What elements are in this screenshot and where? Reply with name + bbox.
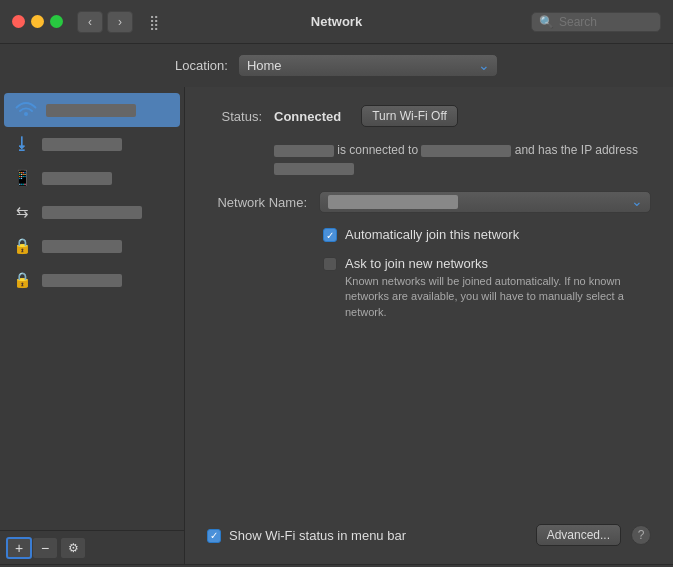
network-name-row: Network Name: — [207, 191, 651, 213]
vpn1-icon: 🔒 — [10, 234, 34, 258]
location-select[interactable]: Home — [238, 54, 498, 77]
status-label: Status: — [207, 109, 262, 124]
wifi-icon — [14, 98, 38, 122]
titlebar: ‹ › ⣿ Network 🔍 — [0, 0, 673, 44]
ask-join-checkbox[interactable] — [323, 257, 337, 271]
back-button[interactable]: ‹ — [77, 11, 103, 33]
network-name-select-wrapper — [319, 191, 651, 213]
auto-join-checkbox[interactable]: ✓ — [323, 228, 337, 242]
add-network-button[interactable]: + — [6, 537, 32, 559]
help-button[interactable]: ? — [631, 525, 651, 545]
main-area: ⭳ 📱 ⇆ — [0, 87, 673, 564]
sidebar-toolbar: + − ⚙ — [0, 530, 184, 564]
remove-network-button[interactable]: − — [32, 537, 58, 559]
sidebar-item-iphone[interactable]: 📱 — [0, 161, 184, 195]
turn-wifi-off-button[interactable]: Turn Wi-Fi Off — [361, 105, 458, 127]
auto-join-label: Automatically join this network — [345, 227, 519, 242]
sidebar-item-bluetooth[interactable]: ⭳ — [0, 127, 184, 161]
show-wifi-label: Show Wi-Fi status in menu bar — [229, 528, 406, 543]
nav-buttons: ‹ › — [77, 11, 133, 33]
sidebar-item-vpn1[interactable]: 🔒 — [0, 229, 184, 263]
status-row: Status: Connected Turn Wi-Fi Off — [207, 105, 651, 127]
ask-join-label: Ask to join new networks — [345, 256, 488, 271]
close-button[interactable] — [12, 15, 25, 28]
sidebar-items-list: ⭳ 📱 ⇆ — [0, 93, 184, 558]
ask-join-row: Ask to join new networks Known networks … — [323, 256, 651, 320]
right-panel-bottom: ✓ Show Wi-Fi status in menu bar Advanced… — [207, 524, 651, 546]
network-name-value — [328, 195, 458, 209]
forward-button[interactable]: › — [107, 11, 133, 33]
search-input[interactable] — [559, 15, 653, 29]
ask-join-note: Known networks will be joined automatica… — [345, 274, 651, 320]
sidebar: ⭳ 📱 ⇆ — [0, 87, 185, 564]
search-icon: 🔍 — [539, 15, 554, 29]
bluetooth-icon: ⭳ — [10, 132, 34, 156]
auto-join-row: ✓ Automatically join this network — [323, 227, 651, 242]
phone-icon: 📱 — [10, 166, 34, 190]
minimize-button[interactable] — [31, 15, 44, 28]
location-bar: Location: Home — [0, 44, 673, 87]
traffic-lights — [12, 15, 63, 28]
gear-button[interactable]: ⚙ — [60, 537, 86, 559]
grid-button[interactable]: ⣿ — [141, 11, 167, 33]
connection-info: is connected to and has the IP address — [274, 141, 651, 177]
vpn2-icon: 🔒 — [10, 268, 34, 292]
search-box: 🔍 — [531, 12, 661, 32]
maximize-button[interactable] — [50, 15, 63, 28]
status-value: Connected — [274, 109, 341, 124]
right-panel: Status: Connected Turn Wi-Fi Off is conn… — [185, 87, 673, 564]
sidebar-item-vpn2[interactable]: 🔒 — [0, 263, 184, 297]
sidebar-item-thunderbolt[interactable]: ⇆ — [0, 195, 184, 229]
advanced-button[interactable]: Advanced... — [536, 524, 621, 546]
thunderbolt-icon: ⇆ — [10, 200, 34, 224]
show-wifi-row: ✓ Show Wi-Fi status in menu bar — [207, 528, 526, 543]
show-wifi-checkbox[interactable]: ✓ — [207, 529, 221, 543]
location-label: Location: — [175, 58, 228, 73]
network-name-label: Network Name: — [207, 195, 307, 210]
window-title: Network — [311, 14, 362, 29]
network-name-select[interactable] — [319, 191, 651, 213]
sidebar-item-wifi[interactable] — [4, 93, 180, 127]
location-select-wrapper: Home — [238, 54, 498, 77]
